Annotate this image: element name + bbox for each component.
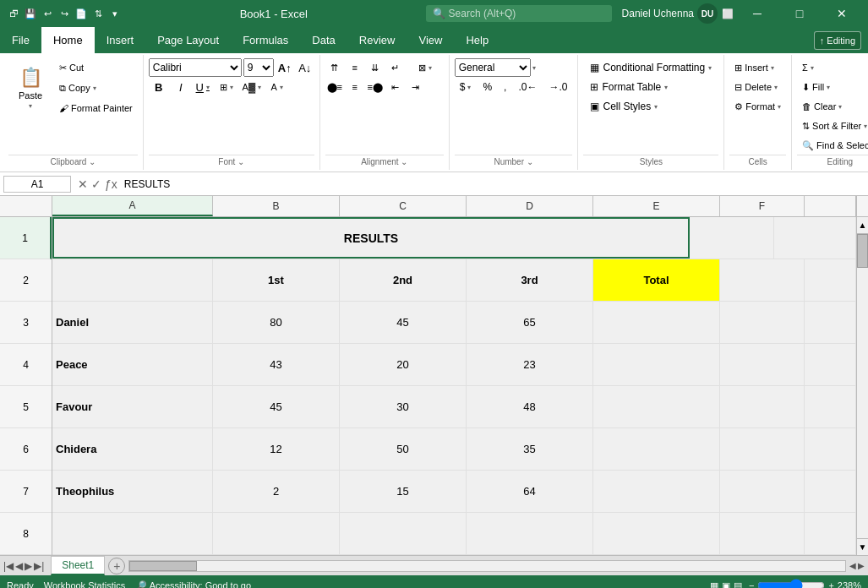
cell-e7[interactable] <box>593 471 720 512</box>
page-break-view-icon[interactable]: ▤ <box>734 580 742 589</box>
ribbon-display-icon[interactable]: ⬜ <box>721 7 734 20</box>
maximize-button[interactable]: □ <box>780 0 819 27</box>
cell-styles-button[interactable]: ▣ Cell Styles ▾ <box>583 97 718 116</box>
cell-c3[interactable]: 45 <box>340 302 467 343</box>
cell-f5[interactable] <box>720 386 805 427</box>
zoom-out-button[interactable]: − <box>749 580 754 588</box>
increase-indent-button[interactable]: ⇥ <box>407 78 425 96</box>
italic-button[interactable]: I <box>171 78 191 96</box>
tab-formulas[interactable]: Formulas <box>231 27 300 53</box>
cell-d8[interactable] <box>467 513 593 554</box>
align-top-button[interactable]: ⇈ <box>325 58 344 77</box>
name-box[interactable] <box>3 176 71 193</box>
decrease-decimal-button[interactable]: .0← <box>513 78 542 96</box>
search-bar[interactable]: 🔍 <box>426 5 612 22</box>
find-select-button[interactable]: 🔍 Find & Select ▾ <box>797 136 868 155</box>
tab-insert[interactable]: Insert <box>95 27 146 53</box>
cell-b5[interactable]: 45 <box>213 386 340 427</box>
tab-review[interactable]: Review <box>347 27 407 53</box>
conditional-formatting-button[interactable]: ▦ Conditional Formatting ▾ <box>583 58 718 77</box>
cell-d2[interactable]: 3rd <box>467 259 593 301</box>
format-table-button[interactable]: ⊞ Format Table ▾ <box>583 78 718 96</box>
font-name-select[interactable]: Calibri <box>149 58 242 77</box>
add-sheet-button[interactable]: + <box>108 558 125 574</box>
share-button[interactable]: ↑ Editing <box>814 31 861 50</box>
sheet-tab-sheet1[interactable]: Sheet1 <box>51 556 105 575</box>
align-bottom-button[interactable]: ⇊ <box>366 58 385 77</box>
row-num-7[interactable]: 7 <box>0 471 52 513</box>
align-right-button[interactable]: ≡⬤ <box>366 78 385 96</box>
redo-icon[interactable]: ↪ <box>57 7 71 20</box>
cell-f8[interactable] <box>720 513 805 554</box>
font-size-select[interactable]: 9 <box>243 58 274 77</box>
decrease-font-button[interactable]: A↓ <box>296 58 314 77</box>
percent-button[interactable]: % <box>478 78 497 96</box>
increase-decimal-button[interactable]: →.0 <box>543 78 572 96</box>
copy-button[interactable]: ⧉ Copy ▾ <box>54 79 138 97</box>
cell-b6[interactable]: 12 <box>213 428 340 470</box>
cell-e2[interactable]: Total <box>593 259 720 301</box>
cell-c7[interactable]: 15 <box>340 471 467 512</box>
cell-d7[interactable]: 64 <box>467 471 593 512</box>
number-expand-icon[interactable]: ⌄ <box>527 157 533 166</box>
cell-f7[interactable] <box>720 471 805 512</box>
cell-d5[interactable]: 48 <box>467 386 593 427</box>
merge-button[interactable]: ⊠ ▾ <box>407 58 444 77</box>
cell-f6[interactable] <box>720 428 805 470</box>
row-num-8[interactable]: 8 <box>0 513 52 555</box>
row-num-1[interactable]: 1 <box>0 217 52 259</box>
cell-c4[interactable]: 20 <box>340 344 467 385</box>
cell-c8[interactable] <box>340 513 467 554</box>
cut-button[interactable]: ✂ Cut <box>54 58 138 77</box>
tab-view[interactable]: View <box>407 27 454 53</box>
cell-a4[interactable]: Peace <box>52 344 213 385</box>
nav-first-sheet[interactable]: |◀ <box>3 560 14 572</box>
format-button[interactable]: ⚙ Format ▾ <box>729 97 786 116</box>
cell-a1[interactable]: RESULTS <box>52 217 690 259</box>
cell-d6[interactable]: 35 <box>467 428 593 470</box>
number-format-select[interactable]: General <box>455 58 531 77</box>
scroll-up-button[interactable]: ▲ <box>857 217 868 234</box>
cell-f3[interactable] <box>720 302 805 343</box>
fill-color-button[interactable]: A▓ ▾ <box>240 78 264 96</box>
col-header-b[interactable]: B <box>213 196 340 216</box>
align-left-button[interactable]: ⬤≡ <box>325 78 344 96</box>
page-layout-view-icon[interactable]: ▣ <box>722 580 730 589</box>
normal-view-icon[interactable]: ▦ <box>710 580 718 589</box>
cell-e4[interactable] <box>593 344 720 385</box>
currency-button[interactable]: $ ▾ <box>455 78 477 96</box>
function-accept-icon[interactable]: ✓ <box>91 177 101 191</box>
col-header-c[interactable]: C <box>340 196 467 216</box>
alignment-expand-icon[interactable]: ⌄ <box>401 157 407 166</box>
add-sheet-icon[interactable]: 📄 <box>74 7 88 20</box>
col-header-e[interactable]: E <box>593 196 720 216</box>
quick-save-icon[interactable]: 💾 <box>24 7 37 20</box>
cell-a3[interactable]: Daniel <box>52 302 213 343</box>
nav-last-sheet[interactable]: ▶| <box>34 560 44 572</box>
cell-a5[interactable]: Favour <box>52 386 213 427</box>
font-expand-icon[interactable]: ⌄ <box>237 157 244 166</box>
row-num-5[interactable]: 5 <box>0 386 52 428</box>
h-scroll-thumb[interactable] <box>129 561 197 571</box>
cell-e3[interactable] <box>593 302 720 343</box>
font-color-button[interactable]: A ▾ <box>265 78 289 96</box>
insert-function-icon[interactable]: ƒx <box>105 177 117 191</box>
paste-button[interactable]: 📋 Paste ▾ <box>8 60 52 116</box>
align-middle-button[interactable]: ≡ <box>346 58 364 77</box>
cell-b2[interactable]: 1st <box>213 259 340 301</box>
cell-a7[interactable]: Theophilus <box>52 471 213 512</box>
autosum-button[interactable]: Σ ▾ <box>797 58 868 77</box>
nav-next-sheet[interactable]: ▶ <box>25 560 32 572</box>
insert-button[interactable]: ⊞ Insert ▾ <box>729 58 786 77</box>
cell-a8[interactable] <box>52 513 213 554</box>
border-button[interactable]: ⊞ ▾ <box>215 78 238 96</box>
tab-file[interactable]: File <box>0 27 41 53</box>
cell-b7[interactable]: 2 <box>213 471 340 512</box>
row-num-2[interactable]: 2 <box>0 259 52 302</box>
row-num-6[interactable]: 6 <box>0 428 52 471</box>
undo-icon[interactable]: ↩ <box>41 7 54 20</box>
more-commands-icon[interactable]: ▾ <box>108 7 122 20</box>
format-painter-button[interactable]: 🖌 Format Painter <box>54 99 138 117</box>
row-num-4[interactable]: 4 <box>0 344 52 386</box>
col-header-f[interactable]: F <box>720 196 805 216</box>
